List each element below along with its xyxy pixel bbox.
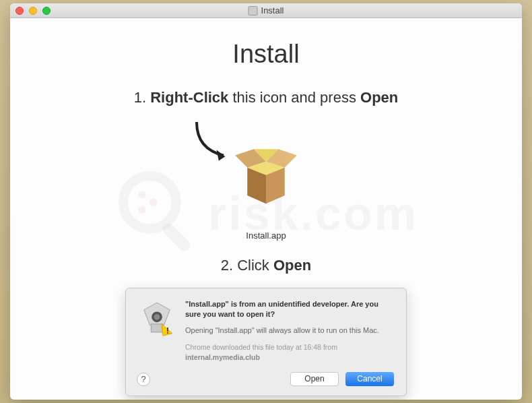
minimize-button[interactable] [29, 7, 37, 15]
svg-text:!: ! [166, 326, 169, 336]
step1-prefix: 1. [134, 89, 150, 106]
window-title-text: Install [261, 5, 284, 16]
dialog-meta: Chrome downloaded this file today at 16:… [185, 342, 394, 362]
dialog-body: "Install.app" is from an unidentified de… [185, 299, 394, 386]
file-label[interactable]: Install.app [37, 230, 495, 241]
content-area: risk.com Install 1. Right-Click this ico… [10, 18, 522, 400]
step1-bold2: Open [360, 89, 398, 106]
help-button[interactable]: ? [137, 373, 150, 386]
icon-area [37, 113, 495, 235]
dialog-buttons: Open Cancel [185, 372, 394, 386]
step2-bold: Open [273, 257, 311, 274]
step-1: 1. Right-Click this icon and press Open [37, 89, 495, 106]
step1-mid: this icon and press [228, 89, 360, 106]
close-button[interactable] [15, 7, 24, 15]
arrow-icon [189, 117, 242, 170]
gatekeeper-icon: ! [138, 299, 176, 337]
step2-prefix: 2. Click [221, 257, 273, 274]
gatekeeper-dialog: ! "Install.app" is from an unidentified … [125, 288, 407, 396]
maximize-button[interactable] [42, 7, 51, 15]
svg-point-6 [154, 314, 160, 320]
dialog-subtitle: Opening "Install.app" will always allow … [185, 326, 394, 336]
cancel-button[interactable]: Cancel [345, 372, 394, 386]
step1-bold1: Right-Click [150, 89, 228, 106]
traffic-lights [10, 7, 51, 15]
disk-icon [248, 6, 258, 16]
open-button[interactable]: Open [290, 372, 339, 386]
dialog-meta-line: Chrome downloaded this file today at 16:… [185, 343, 337, 351]
titlebar: Install [10, 3, 522, 18]
dialog-meta-source: internal.mymedia.club [185, 353, 260, 361]
dialog-title: "Install.app" is from an unidentified de… [185, 299, 394, 320]
finder-window: Install risk.com Install 1. Right-Click … [10, 3, 522, 400]
window-title: Install [248, 5, 284, 16]
page-title: Install [37, 40, 495, 69]
svg-rect-7 [151, 324, 163, 332]
step-2: 2. Click Open [37, 257, 495, 274]
